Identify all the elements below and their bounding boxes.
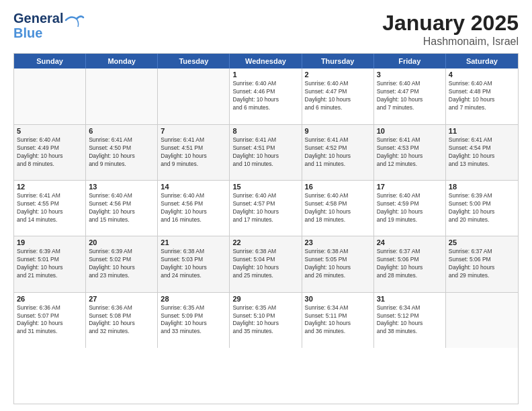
day-info: Sunrise: 6:40 AM Sunset: 4:47 PM Dayligh…: [305, 80, 371, 112]
weekday-header-wednesday: Wednesday: [230, 54, 302, 68]
day-info: Sunrise: 6:36 AM Sunset: 5:08 PM Dayligh…: [89, 304, 154, 336]
day-info: Sunrise: 6:37 AM Sunset: 5:06 PM Dayligh…: [377, 248, 443, 280]
calendar-cell-4-2: 20Sunrise: 6:39 AM Sunset: 5:02 PM Dayli…: [86, 236, 158, 291]
day-number: 16: [305, 183, 371, 191]
calendar-cell-5-6: 31Sunrise: 6:34 AM Sunset: 5:12 PM Dayli…: [374, 293, 446, 348]
day-number: 3: [377, 71, 443, 79]
day-number: 18: [449, 183, 515, 191]
day-number: 29: [232, 295, 298, 303]
calendar-cell-1-6: 3Sunrise: 6:40 AM Sunset: 4:47 PM Daylig…: [374, 68, 446, 124]
calendar-cell-5-5: 30Sunrise: 6:34 AM Sunset: 5:11 PM Dayli…: [302, 293, 374, 348]
calendar-header: SundayMondayTuesdayWednesdayThursdayFrid…: [14, 54, 518, 68]
weekday-header-friday: Friday: [374, 54, 446, 68]
logo-wave-icon: [64, 13, 85, 38]
day-info: Sunrise: 6:41 AM Sunset: 4:52 PM Dayligh…: [305, 136, 371, 169]
page: General Blue January 2025 Hashmonaim, Is…: [0, 0, 532, 411]
day-number: 17: [377, 183, 443, 191]
day-info: Sunrise: 6:40 AM Sunset: 4:58 PM Dayligh…: [305, 192, 371, 224]
day-number: 25: [449, 238, 515, 246]
weekday-header-tuesday: Tuesday: [158, 54, 230, 68]
day-number: 10: [377, 127, 443, 135]
day-info: Sunrise: 6:36 AM Sunset: 5:07 PM Dayligh…: [17, 304, 83, 336]
day-info: Sunrise: 6:40 AM Sunset: 4:57 PM Dayligh…: [232, 192, 298, 224]
day-number: 1: [232, 71, 298, 79]
day-number: 2: [305, 71, 371, 79]
calendar-cell-5-2: 27Sunrise: 6:36 AM Sunset: 5:08 PM Dayli…: [86, 293, 158, 348]
calendar-cell-5-1: 26Sunrise: 6:36 AM Sunset: 5:07 PM Dayli…: [14, 293, 86, 348]
calendar-cell-1-2: [86, 68, 158, 124]
calendar-cell-3-4: 15Sunrise: 6:40 AM Sunset: 4:57 PM Dayli…: [230, 181, 302, 236]
calendar-cell-3-5: 16Sunrise: 6:40 AM Sunset: 4:58 PM Dayli…: [302, 181, 374, 236]
calendar-row-2: 5Sunrise: 6:40 AM Sunset: 4:49 PM Daylig…: [14, 124, 518, 180]
day-info: Sunrise: 6:41 AM Sunset: 4:54 PM Dayligh…: [449, 136, 515, 169]
day-number: 4: [449, 71, 515, 79]
day-number: 26: [17, 295, 83, 303]
day-info: Sunrise: 6:40 AM Sunset: 4:47 PM Dayligh…: [377, 80, 443, 112]
calendar-body: 1Sunrise: 6:40 AM Sunset: 4:46 PM Daylig…: [14, 68, 518, 404]
day-info: Sunrise: 6:40 AM Sunset: 4:48 PM Dayligh…: [449, 80, 515, 112]
day-info: Sunrise: 6:35 AM Sunset: 5:09 PM Dayligh…: [161, 304, 226, 336]
day-info: Sunrise: 6:41 AM Sunset: 4:51 PM Dayligh…: [161, 136, 226, 169]
day-number: 31: [377, 295, 443, 303]
calendar-row-5: 26Sunrise: 6:36 AM Sunset: 5:07 PM Dayli…: [14, 292, 518, 348]
header: General Blue January 2025 Hashmonaim, Is…: [13, 11, 519, 48]
calendar-cell-3-6: 17Sunrise: 6:40 AM Sunset: 4:59 PM Dayli…: [374, 181, 446, 236]
calendar-cell-2-6: 10Sunrise: 6:41 AM Sunset: 4:53 PM Dayli…: [374, 125, 446, 180]
calendar-cell-3-1: 12Sunrise: 6:41 AM Sunset: 4:55 PM Dayli…: [14, 181, 86, 236]
calendar-cell-5-7: [446, 293, 518, 348]
day-number: 11: [449, 127, 515, 135]
calendar-cell-1-5: 2Sunrise: 6:40 AM Sunset: 4:47 PM Daylig…: [302, 68, 374, 124]
title-area: January 2025 Hashmonaim, Israel: [382, 11, 519, 48]
calendar-cell-4-5: 23Sunrise: 6:38 AM Sunset: 5:05 PM Dayli…: [302, 236, 374, 291]
day-number: 12: [17, 183, 83, 191]
day-number: 8: [232, 127, 298, 135]
weekday-header-monday: Monday: [86, 54, 158, 68]
day-number: 20: [89, 238, 154, 246]
day-number: 30: [305, 295, 371, 303]
day-info: Sunrise: 6:41 AM Sunset: 4:53 PM Dayligh…: [377, 136, 443, 169]
day-number: 21: [161, 238, 226, 246]
calendar-cell-4-6: 24Sunrise: 6:37 AM Sunset: 5:06 PM Dayli…: [374, 236, 446, 291]
calendar-cell-4-1: 19Sunrise: 6:39 AM Sunset: 5:01 PM Dayli…: [14, 236, 86, 291]
calendar-cell-3-2: 13Sunrise: 6:40 AM Sunset: 4:56 PM Dayli…: [86, 181, 158, 236]
day-number: 14: [161, 183, 226, 191]
day-number: 6: [89, 127, 154, 135]
day-info: Sunrise: 6:37 AM Sunset: 5:06 PM Dayligh…: [449, 248, 515, 280]
calendar-cell-3-7: 18Sunrise: 6:39 AM Sunset: 5:00 PM Dayli…: [446, 181, 518, 236]
day-info: Sunrise: 6:34 AM Sunset: 5:11 PM Dayligh…: [305, 304, 371, 336]
calendar-row-4: 19Sunrise: 6:39 AM Sunset: 5:01 PM Dayli…: [14, 236, 518, 291]
day-info: Sunrise: 6:34 AM Sunset: 5:12 PM Dayligh…: [377, 304, 443, 336]
calendar-cell-2-4: 8Sunrise: 6:41 AM Sunset: 4:51 PM Daylig…: [230, 125, 302, 180]
calendar-cell-2-5: 9Sunrise: 6:41 AM Sunset: 4:52 PM Daylig…: [302, 125, 374, 180]
day-info: Sunrise: 6:39 AM Sunset: 5:00 PM Dayligh…: [449, 192, 515, 224]
calendar-cell-2-1: 5Sunrise: 6:40 AM Sunset: 4:49 PM Daylig…: [14, 125, 86, 180]
month-title: January 2025: [382, 11, 519, 36]
day-info: Sunrise: 6:41 AM Sunset: 4:55 PM Dayligh…: [17, 192, 83, 224]
day-info: Sunrise: 6:40 AM Sunset: 4:46 PM Dayligh…: [232, 80, 298, 112]
day-number: 22: [232, 238, 298, 246]
logo-general: General: [13, 11, 63, 26]
calendar-cell-1-3: [158, 68, 230, 124]
day-info: Sunrise: 6:40 AM Sunset: 4:56 PM Dayligh…: [161, 192, 226, 224]
weekday-header-saturday: Saturday: [446, 54, 518, 68]
day-info: Sunrise: 6:40 AM Sunset: 4:56 PM Dayligh…: [89, 192, 154, 224]
calendar-cell-5-4: 29Sunrise: 6:35 AM Sunset: 5:10 PM Dayli…: [230, 293, 302, 348]
day-number: 9: [305, 127, 371, 135]
calendar: SundayMondayTuesdayWednesdayThursdayFrid…: [13, 53, 519, 404]
calendar-cell-2-7: 11Sunrise: 6:41 AM Sunset: 4:54 PM Dayli…: [446, 125, 518, 180]
calendar-row-1: 1Sunrise: 6:40 AM Sunset: 4:46 PM Daylig…: [14, 68, 518, 124]
weekday-header-sunday: Sunday: [14, 54, 86, 68]
location: Hashmonaim, Israel: [382, 36, 519, 48]
day-info: Sunrise: 6:40 AM Sunset: 4:59 PM Dayligh…: [377, 192, 443, 224]
day-info: Sunrise: 6:35 AM Sunset: 5:10 PM Dayligh…: [232, 304, 298, 336]
day-number: 15: [232, 183, 298, 191]
day-number: 5: [17, 127, 83, 135]
calendar-cell-2-3: 7Sunrise: 6:41 AM Sunset: 4:51 PM Daylig…: [158, 125, 230, 180]
day-number: 28: [161, 295, 226, 303]
day-number: 19: [17, 238, 83, 246]
day-number: 13: [89, 183, 154, 191]
day-number: 23: [305, 238, 371, 246]
calendar-cell-2-2: 6Sunrise: 6:41 AM Sunset: 4:50 PM Daylig…: [86, 125, 158, 180]
calendar-row-3: 12Sunrise: 6:41 AM Sunset: 4:55 PM Dayli…: [14, 180, 518, 236]
calendar-cell-1-7: 4Sunrise: 6:40 AM Sunset: 4:48 PM Daylig…: [446, 68, 518, 124]
